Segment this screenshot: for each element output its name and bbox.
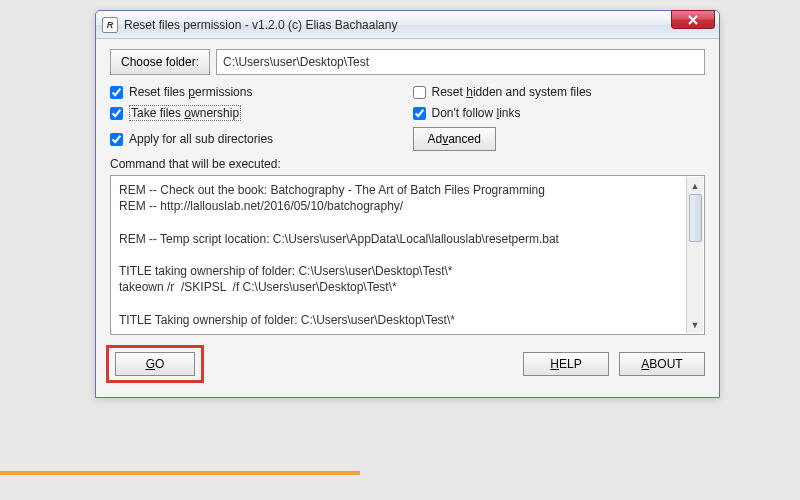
accent-bar (0, 471, 360, 475)
client-area: Choose folder: C:\Users\user\Desktop\Tes… (96, 39, 719, 397)
take-ownership-checkbox[interactable]: Take files ownership (110, 105, 403, 121)
dont-follow-links-checkbox[interactable]: Don't follow links (413, 105, 706, 121)
app-icon: R (102, 17, 118, 33)
close-button[interactable] (671, 10, 715, 29)
take-ownership-label: Take files ownership (129, 105, 241, 121)
scrollbar[interactable]: ▲ ▼ (686, 177, 703, 333)
command-output-wrap: ▲ ▼ (110, 175, 705, 335)
apply-subdirs-label: Apply for all sub directories (129, 132, 273, 146)
command-label: Command that will be executed: (110, 157, 705, 171)
scroll-thumb[interactable] (689, 194, 702, 242)
app-window: R Reset files permission - v1.2.0 (c) El… (95, 10, 720, 398)
apply-subdirs-input[interactable] (110, 133, 123, 146)
go-button[interactable]: GO (115, 352, 195, 376)
choose-folder-button[interactable]: Choose folder: (110, 49, 210, 75)
reset-hidden-label: Reset hidden and system files (432, 85, 592, 99)
go-highlight-box: GO (106, 345, 204, 383)
help-button[interactable]: HELP (523, 352, 609, 376)
advanced-button[interactable]: Advanced (413, 127, 496, 151)
reset-permissions-label: Reset files permissions (129, 85, 252, 99)
about-button[interactable]: ABOUT (619, 352, 705, 376)
reset-hidden-input[interactable] (413, 86, 426, 99)
scroll-down-arrow-icon[interactable]: ▼ (688, 316, 703, 333)
scroll-track[interactable] (688, 194, 703, 316)
dont-follow-links-label: Don't follow links (432, 106, 521, 120)
dont-follow-links-input[interactable] (413, 107, 426, 120)
options-grid: Reset files permissions Reset hidden and… (110, 85, 705, 151)
take-ownership-input[interactable] (110, 107, 123, 120)
folder-path-input[interactable]: C:\Users\user\Desktop\Test (216, 49, 705, 75)
reset-permissions-checkbox[interactable]: Reset files permissions (110, 85, 403, 99)
reset-hidden-checkbox[interactable]: Reset hidden and system files (413, 85, 706, 99)
bottom-button-row: GO HELP ABOUT (110, 345, 705, 383)
apply-subdirs-checkbox[interactable]: Apply for all sub directories (110, 127, 403, 151)
command-output[interactable] (110, 175, 705, 335)
reset-permissions-input[interactable] (110, 86, 123, 99)
window-title: Reset files permission - v1.2.0 (c) Elia… (124, 18, 671, 32)
close-icon (687, 15, 699, 25)
scroll-up-arrow-icon[interactable]: ▲ (688, 177, 703, 194)
titlebar[interactable]: R Reset files permission - v1.2.0 (c) El… (96, 11, 719, 39)
